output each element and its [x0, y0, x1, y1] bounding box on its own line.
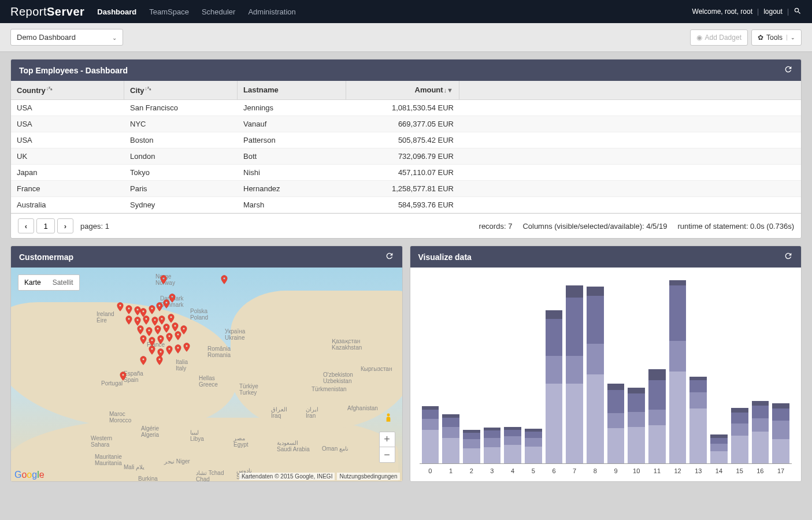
sort-icon: ↓ᶻₐ	[145, 86, 152, 91]
dashboard-selector[interactable]: Demo Dashboard ⌄	[10, 29, 123, 46]
bar[interactable]	[710, 279, 728, 463]
axis-tick: 13	[689, 467, 707, 474]
top-employees-panel: Top Employees - Dashboard Country↓ᶻₐ Cit…	[10, 59, 802, 239]
cell-city: Tokyo	[124, 165, 238, 180]
axis-tick: 5	[525, 467, 542, 474]
bar[interactable]	[669, 279, 687, 463]
nav-administration[interactable]: Administration	[248, 8, 295, 16]
bar-chart: 01234567891011121314151617	[410, 268, 802, 481]
bar[interactable]	[504, 279, 521, 463]
svg-point-0	[387, 414, 390, 417]
table-row[interactable]: USA NYC Vanauf 669,377.05 EUR	[11, 116, 801, 132]
map-marker[interactable]	[167, 291, 177, 306]
cell-country: USA	[11, 116, 124, 132]
refresh-icon[interactable]	[784, 251, 793, 262]
bar[interactable]	[546, 279, 563, 463]
bar[interactable]	[484, 279, 501, 463]
bar[interactable]	[689, 279, 707, 463]
table-footer: ‹ › pages: 1 records: 7 Columns (visible…	[11, 213, 801, 238]
map-attribution: Kartendaten © 2015 Google, INEGI	[239, 473, 335, 480]
table-row[interactable]: Japan Tokyo Nishi 457,110.07 EUR	[11, 165, 801, 181]
bar[interactable]	[525, 279, 542, 463]
axis-tick: 7	[566, 467, 583, 474]
table-row[interactable]: USA Boston Patterson 505,875.42 EUR	[11, 132, 801, 148]
refresh-icon[interactable]	[784, 65, 793, 76]
map-terms[interactable]: Nutzungsbedingungen	[337, 473, 399, 480]
cell-country: USA	[11, 132, 124, 148]
prev-page-button[interactable]: ‹	[18, 218, 34, 233]
customermap-panel: Customermap Karte Satellit IrelandÉire P…	[10, 246, 403, 482]
columns-stat: Columns (visible/selected/available): 4/…	[522, 222, 667, 231]
map-marker[interactable]	[138, 353, 149, 368]
cell-lastname: Nishi	[238, 165, 346, 180]
logout-link[interactable]: logout	[763, 8, 783, 16]
map-tab-satellit[interactable]: Satellit	[47, 275, 79, 290]
welcome-text: Welcome, root, root	[692, 8, 752, 16]
cell-country: UK	[11, 148, 124, 164]
zoom-in-button[interactable]: +	[380, 432, 395, 447]
bar[interactable]	[442, 279, 459, 463]
bar[interactable]	[607, 279, 625, 463]
bar[interactable]	[463, 279, 480, 463]
cell-amount: 1,258,577.81 EUR	[346, 181, 459, 196]
map[interactable]: Karte Satellit IrelandÉire Portugal Espa…	[11, 268, 402, 481]
streetview-icon[interactable]	[383, 412, 394, 428]
cell-lastname: Vanauf	[238, 116, 346, 132]
column-lastname[interactable]: Lastname	[238, 81, 346, 99]
table-row[interactable]: Australia Sydney Marsh 584,593.76 EUR	[11, 197, 801, 213]
zoom-out-button[interactable]: −	[380, 447, 395, 462]
gauge-icon: ◉	[696, 34, 702, 42]
map-marker[interactable]	[219, 272, 229, 287]
cell-country: Australia	[11, 197, 124, 213]
refresh-icon[interactable]	[385, 251, 394, 262]
pages-label: pages: 1	[80, 222, 109, 231]
map-marker[interactable]	[158, 272, 169, 287]
next-page-button[interactable]: ›	[57, 218, 73, 233]
chevron-down-icon: ⌄	[787, 35, 795, 40]
search-icon[interactable]	[794, 7, 802, 17]
table-row[interactable]: France Paris Hernandez 1,258,577.81 EUR	[11, 181, 801, 197]
table-row[interactable]: USA San Francisco Jennings 1,081,530.54 …	[11, 100, 801, 116]
chevron-down-icon: ⌄	[112, 35, 117, 41]
axis-tick: 15	[731, 467, 748, 474]
dashboard-toolbar: Demo Dashboard ⌄ ◉ Add Dadget ✿ Tools ⌄	[0, 23, 812, 52]
table-row[interactable]: UK London Bott 732,096.79 EUR	[11, 148, 801, 165]
axis-tick: 8	[587, 467, 604, 474]
bar[interactable]	[752, 279, 769, 463]
cell-city: San Francisco	[124, 100, 238, 116]
table-header: Country↓ᶻₐ City↓ᶻₐ Lastname Amount↓▼	[11, 81, 801, 100]
cell-city: Paris	[124, 181, 238, 196]
map-marker[interactable]	[154, 353, 165, 368]
bar[interactable]	[772, 279, 789, 463]
map-marker[interactable]	[181, 340, 192, 355]
map-marker[interactable]	[118, 369, 128, 384]
cell-country: Japan	[11, 165, 124, 180]
bar[interactable]	[628, 279, 645, 463]
bar[interactable]	[587, 279, 604, 463]
bar[interactable]	[566, 279, 583, 463]
nav-dashboard[interactable]: Dashboard	[97, 8, 136, 16]
page-input[interactable]	[36, 218, 55, 233]
axis-tick: 3	[484, 467, 501, 474]
nav-scheduler[interactable]: Scheduler	[202, 8, 236, 16]
column-city[interactable]: City↓ᶻₐ	[124, 81, 238, 99]
axis-tick: 9	[607, 467, 625, 474]
axis-tick: 16	[752, 467, 769, 474]
cell-lastname: Jennings	[238, 100, 346, 116]
column-country[interactable]: Country↓ᶻₐ	[11, 81, 124, 99]
google-logo: Google	[14, 470, 45, 480]
axis-tick: 12	[669, 467, 687, 474]
cell-country: USA	[11, 100, 124, 116]
cell-amount: 732,096.79 EUR	[346, 148, 459, 164]
cell-city: Boston	[124, 132, 238, 148]
cell-amount: 457,110.07 EUR	[346, 165, 459, 180]
bar[interactable]	[731, 279, 748, 463]
column-amount[interactable]: Amount↓▼	[346, 81, 459, 99]
bar[interactable]	[422, 279, 439, 463]
add-dadget-button[interactable]: ◉ Add Dadget	[690, 29, 748, 46]
cell-amount: 584,593.76 EUR	[346, 197, 459, 213]
tools-button[interactable]: ✿ Tools ⌄	[751, 29, 802, 46]
bar[interactable]	[648, 279, 666, 463]
map-tab-karte[interactable]: Karte	[18, 275, 47, 290]
nav-teamspace[interactable]: TeamSpace	[149, 8, 189, 16]
